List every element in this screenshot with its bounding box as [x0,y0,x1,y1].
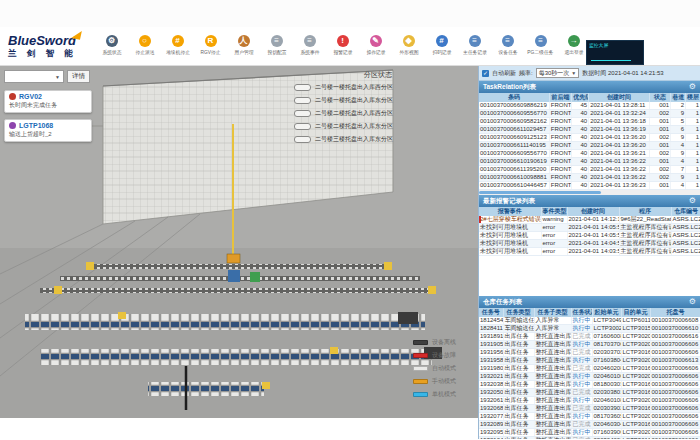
zone-item-5[interactable]: 二号楼三楼托盘出入库东分区 [294,135,462,144]
toolbar-rgv-stop[interactable]: RRGV停止 [194,35,227,57]
table-row[interactable]: 未找到可用堆垛机error2021-04-01 14:05:56主监视程序库位有… [479,232,700,240]
table-row[interactable]: 1931956出库任务整托直连出库已完成0203037022LCTP301600… [479,349,700,357]
table-cell: 2021-04-01 13:36:23 [589,182,650,190]
table-cell: 00100370006606 [650,349,700,357]
table-cell: 1 [686,158,700,166]
table-row[interactable]: 1931958出库任务整托直连出库执行中0716038042LCTP302000… [479,357,700,365]
table-row[interactable]: 1828411车间输送任务入库异常执行中LCTP3002LCTP30150010… [479,325,700,333]
table-cell: 4 [671,182,686,190]
table-row[interactable]: 1932038出库任务整托直连出库执行中0818003032LCTP301600… [479,381,700,389]
column-header: 任务子类型 [534,308,571,317]
table-row[interactable]: 1932068出库任务整托直连出库已完成0203039021LCTP301600… [479,405,700,413]
gear-icon[interactable]: ⚙ [689,82,696,92]
table-row[interactable]: 1932061出库任务整托直连出库执行中0204601082LCTP302000… [479,397,700,405]
zone-toggle[interactable] [294,136,311,143]
toolbar-switch-config[interactable]: ≡投切配置 [260,35,293,57]
table-cell: 00100370006606 [650,429,700,437]
toolbar-device-tasks[interactable]: ≡设备任务 [491,35,524,57]
table-header-row: 任务号任务类型任务子类型任务状态起始单元目的单元托盘号 [479,308,700,317]
toolbar-stop-dispatch[interactable]: ○停止派送 [128,35,161,57]
toolbar-operation-log[interactable]: ✎操作记录 [359,35,392,57]
gear-icon[interactable]: ⚙ [689,196,696,206]
table-cell: ASRS.LC2 [671,248,700,256]
table-cell: 0204601082 [592,397,621,405]
table-row[interactable]: 00100370006609582162FRONT402021-04-01 13… [479,118,700,126]
legend-color-chip [413,392,428,397]
toolbar-label: 设备任务 [498,49,517,56]
toolbar-system-status[interactable]: ⚙系统状态 [95,35,128,57]
task-table-titlebar: TaskRelation列表 ⚙ [479,81,700,93]
table-row[interactable]: 未找到可用堆垛机error2021-04-01 14:05:57主监视程序库位有… [479,224,700,232]
zone-item-2[interactable]: 二号楼一楼托盘出入库东分区 [294,96,462,105]
device-alert-card[interactable]: LGTP1068输送上货超时_2 [4,119,92,142]
monitor-minimap[interactable]: 监控大屏 [586,40,644,65]
table-cell: FRONT [549,118,571,126]
minimap-line [591,60,631,61]
table-row[interactable]: 00100370006610098881FRONT402021-04-01 13… [479,174,700,182]
table-row[interactable]: 1931980出库任务整托直连出库已完成0204602081LCTP301600… [479,365,700,373]
table-row[interactable]: 1931891出库任务整托直连出库已完成0716060082LCTP302000… [479,333,700,341]
zone-toggle[interactable] [294,97,311,104]
table-row[interactable]: 未找到可用堆垛机error2021-04-01 14:04:56主监视程序库位有… [479,240,700,248]
table-body: 1812454车间输送任务入库异常执行中LCTP3049LCTP60110010… [479,317,700,439]
toolbar-outline-view[interactable]: ◆外形视图 [392,35,425,57]
table-row[interactable]: 00100370006610446457FRONT402021-04-01 13… [479,182,700,190]
zone-toggle[interactable] [294,110,311,117]
table-row[interactable]: 00100370006609125123FRONT402021-04-01 13… [479,134,700,142]
legend-item: 设备故障 [413,351,456,360]
toolbar-pg-sub-tasks[interactable]: ≡PG二级任务 [524,35,557,57]
zone-item-3[interactable]: 二号楼二楼托盘出入库西分区 [294,109,462,118]
table-row[interactable]: 1812454车间输送任务入库异常执行中LCTP3049LCTP60110010… [479,317,700,325]
device-select[interactable]: ▼ [4,70,64,83]
table-cell: 9 [671,150,686,158]
table-row[interactable]: 00100370006609886219FRONT452021-04-01 13… [479,102,700,110]
zone-item-4[interactable]: 二号楼二楼托盘出入库东分区 [294,122,462,131]
zone-toggle[interactable] [294,123,311,130]
scrollbar-thumb[interactable] [479,191,601,194]
legend-item: 自动模式 [413,364,456,373]
table-cell: 0716038042 [592,357,621,365]
frequency-select[interactable]: 每30秒一次 ▼ [536,68,580,78]
table-cell: 00100370006606 [650,373,700,381]
table-row[interactable]: 2#七层穿梭车程式错误,无法长度warning2021-04-01 14:12:… [479,216,700,224]
zone-item-1[interactable]: 二号楼一楼托盘出入库西分区 [294,83,462,92]
alert-message: 输送上货超时_2 [9,130,87,139]
table-cell: 00100370006613 [650,357,700,365]
table-row[interactable]: 1932104出库任务整托直连出库已完成0203040011LCTP301600… [479,437,700,440]
table-header-row: 条码前后端优先级创建时间状态巷道楼层 [479,93,700,102]
table-row[interactable]: 1932095出库任务整托直连出库执行中0716039062LCTP302000… [479,429,700,437]
toolbar-label: 外形视图 [399,49,418,56]
table-row[interactable]: 00100370006609556770FRONT402021-04-01 13… [479,150,700,158]
zone-toggle[interactable] [294,84,311,91]
table-row[interactable]: 00100370006611029457FRONT402021-04-01 13… [479,126,700,134]
table-row[interactable]: 00100370006611140195FRONT402021-04-01 13… [479,142,700,150]
frequency-label: 频率: [519,69,533,78]
table-row[interactable]: 1932089出库任务整托直连出库已完成0204603042LCTP301600… [479,421,700,429]
alarm-table-wrap: 报警事件事件类型创建时间程序仓库编号2#七层穿梭车程式错误,无法长度warnin… [479,207,700,296]
column-header: 前后端 [549,93,571,102]
toolbar-system-events[interactable]: ≡系统事件 [293,35,326,57]
table-row[interactable]: 1931905出库任务整托直连出库执行中0817037061LCTP302000… [479,341,700,349]
toolbar-label: RGV停止 [200,49,220,56]
table-row[interactable]: 00100370006611395200FRONT402021-04-01 13… [479,166,700,174]
device-alert-card[interactable]: RGV02长时间未完成任务 [4,90,92,113]
table-cell: 1 [686,134,700,142]
auto-refresh-checkbox[interactable]: ✓ [482,70,489,77]
toolbar-stacker-stop[interactable]: #堆垛机停止 [161,35,194,57]
table-row[interactable]: 00100370006610190619FRONT402021-04-01 13… [479,158,700,166]
table-cell: 4 [671,158,686,166]
table-row[interactable]: 未找到可用堆垛机error2021-04-01 14:03:56主监视程序库位有… [479,248,700,256]
toolbar-main-task-log[interactable]: ≡主任务记录 [458,35,491,57]
table-row[interactable]: 00100370006609556770FRONT402021-04-01 13… [479,110,700,118]
table-row[interactable]: 1932077出库任务整托直连出库执行中0817036051LCTP302000… [479,413,700,421]
warehouse-viewport[interactable]: ▼ 详情 RGV02长时间未完成任务LGTP1068输送上货超时_2 分区状态 … [0,66,478,439]
detail-button[interactable]: 详情 [67,70,90,83]
gear-icon[interactable]: ⚙ [689,297,696,307]
table-row[interactable]: 1932050出库任务整托直连出库已完成0203038011LCTP301600… [479,389,700,397]
device-search: ▼ 详情 [4,70,90,83]
toolbar-alarm-records[interactable]: !报警记录 [326,35,359,57]
toolbar-user-manage[interactable]: 人用户管理 [227,35,260,57]
task-table-hscrollbar[interactable] [479,190,700,195]
table-row[interactable]: 1932021出库任务整托直连出库执行中0204601062LCTP302000… [479,373,700,381]
toolbar-scan-records[interactable]: #扫码记录 [425,35,458,57]
